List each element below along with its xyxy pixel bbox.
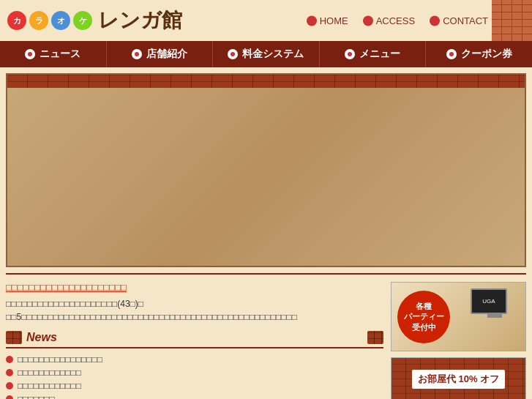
home-label: HOME	[320, 15, 348, 26]
coupon-box[interactable]: お部屋代 10% オフ	[391, 357, 526, 399]
news-header: News	[6, 331, 383, 348]
nav-news-dot	[25, 49, 35, 59]
access-link[interactable]: ACCESS	[363, 15, 415, 26]
contact-label: CONTACT	[443, 15, 488, 26]
nav-news[interactable]: ニュース	[0, 41, 107, 67]
news-item-3[interactable]: □□□□□□□□□□□□	[6, 381, 383, 391]
home-link[interactable]: HOME	[307, 15, 348, 26]
party-image-box: 各種パーティー受付中 UGA	[391, 282, 526, 351]
news-title-area: News	[6, 331, 57, 344]
logo-char-ka: カ	[7, 11, 26, 30]
contact-bullet	[430, 15, 440, 26]
main-navigation: ニュース 店舗紹介 料金システム メニュー クーポン券	[0, 41, 532, 67]
contact-link[interactable]: CONTACT	[430, 15, 488, 26]
nav-menu[interactable]: メニュー	[320, 41, 427, 67]
news-item-2[interactable]: □□□□□□□□□□□□	[6, 368, 383, 378]
logo-char-o: オ	[51, 11, 70, 30]
nav-news-label: ニュース	[40, 48, 80, 61]
brick-icon-left	[6, 331, 22, 344]
logo-char-ke: ケ	[73, 11, 92, 30]
coupon-text: お部屋代 10% オフ	[412, 370, 505, 389]
nav-coupon-label: クーポン券	[461, 48, 512, 61]
brick-icon-right	[367, 331, 383, 344]
logo-char-ra: ラ	[29, 11, 48, 30]
nav-pricing-label: 料金システム	[242, 48, 304, 61]
news-text-4: □□□□□□□	[18, 394, 55, 399]
nav-coupon-dot	[446, 49, 457, 59]
top-navigation: HOME ACCESS CONTACT	[307, 15, 488, 26]
logo-area: カ ラ オ ケ レンガ館	[7, 7, 182, 34]
news-bullet-4	[6, 395, 13, 399]
nav-stores[interactable]: 店舗紹介	[107, 41, 214, 67]
news-text-1: □□□□□□□□□□□□□□□□	[18, 354, 102, 365]
banner-brick-top	[7, 75, 525, 88]
tv-stand	[487, 314, 502, 318]
party-badge: 各種パーティー受付中	[397, 291, 450, 343]
news-text-2: □□□□□□□□□□□□	[18, 368, 81, 378]
main-banner	[6, 73, 526, 267]
home-bullet	[307, 15, 317, 26]
content-right: 各種パーティー受付中 UGA お部屋代 10% オフ	[391, 282, 526, 399]
logo-text: レンガ館	[98, 7, 182, 34]
content-left: □□□□□□□□□□□□□□□□□□□□□ □□□□□□□□□□□□□□□□□□…	[6, 282, 383, 399]
access-bullet	[363, 15, 373, 26]
party-background: 各種パーティー受付中 UGA	[391, 283, 525, 351]
header: カ ラ オ ケ レンガ館 HOME ACCESS CONTACT	[0, 0, 532, 41]
coupon-inner: お部屋代 10% オフ	[391, 358, 525, 399]
news-text-3: □□□□□□□□□□□□	[18, 381, 81, 391]
tv-screen: UGA	[471, 288, 507, 314]
nav-menu-label: メニュー	[359, 48, 400, 61]
news-item-4[interactable]: □□□□□□□	[6, 394, 383, 399]
news-bullet-1	[6, 356, 13, 363]
nav-pricing[interactable]: 料金システム	[213, 41, 320, 67]
news-item-1[interactable]: □□□□□□□□□□□□□□□□	[6, 354, 383, 365]
brick-corner-decoration	[492, 0, 532, 41]
nav-stores-label: 店舗紹介	[146, 48, 187, 61]
access-label: ACCESS	[376, 15, 415, 26]
news-bullet-2	[6, 369, 13, 376]
banner-inner	[7, 75, 525, 266]
news-list: □□□□□□□□□□□□□□□□ □□□□□□□□□□□□ □□□□□□□□□□…	[6, 354, 383, 399]
tv-mockup: UGA	[471, 288, 518, 327]
nav-pricing-dot	[228, 49, 238, 59]
nav-stores-dot	[132, 49, 142, 59]
content-headline: □□□□□□□□□□□□□□□□□□□□□	[6, 282, 383, 293]
nav-coupon[interactable]: クーポン券	[426, 41, 532, 67]
nav-menu-dot	[345, 49, 355, 59]
news-title: News	[26, 331, 57, 344]
content-body: □□□□□□□□□□□□□□□□□□□□□(43□)□ □□5□□□□□□□□□…	[6, 297, 383, 324]
content-area: □□□□□□□□□□□□□□□□□□□□□ □□□□□□□□□□□□□□□□□□…	[0, 275, 532, 399]
news-bullet-3	[6, 382, 13, 389]
